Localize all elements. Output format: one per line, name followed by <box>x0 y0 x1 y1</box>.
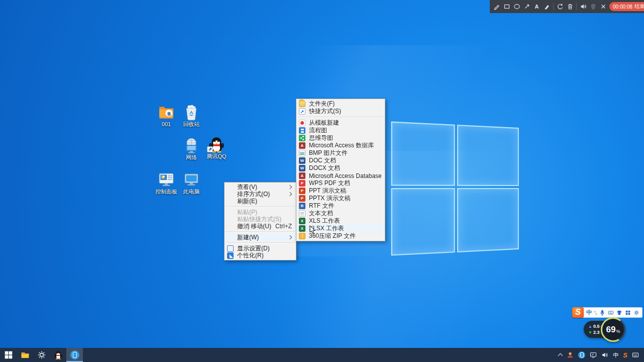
display-settings-icon <box>227 245 234 252</box>
undo-icon[interactable] <box>556 3 564 11</box>
sogou-input-toolbar: S 中 ’, <box>572 307 642 318</box>
menu-item-label: 新建(W) <box>237 233 259 242</box>
desktop-icon-tencent-qq[interactable]: ↗ 腾讯QQ <box>202 136 231 159</box>
menu-item[interactable]: RTF 文件 <box>296 202 385 210</box>
toolbar-separator <box>553 3 554 10</box>
desktop-icon-label: 腾讯QQ <box>202 153 231 159</box>
personalize-icon <box>227 252 234 259</box>
submenu-arrow-icon <box>288 185 292 189</box>
desktop: S 001 回收站 网络 ↗ 腾讯QQ <box>0 0 644 362</box>
recording-timer-end-button[interactable]: 00:00:08 结束 <box>609 2 644 11</box>
menu-item[interactable]: BMP 图片文件 <box>296 149 385 157</box>
menu-item[interactable]: 思维导图 <box>296 134 385 142</box>
menu-item[interactable]: 撤消 移动(U)Ctrl+Z <box>225 223 296 230</box>
word-icon <box>299 157 305 164</box>
template-icon <box>299 120 305 126</box>
screen-recording-toolbar: A 00:00:08 结束 <box>490 0 644 13</box>
show-hidden-icons-chevron[interactable] <box>559 352 562 357</box>
windows-logo-pane <box>457 188 519 252</box>
sogou-panel: 中 ’, <box>582 307 642 318</box>
taskbar-settings[interactable] <box>33 348 50 362</box>
tray-mirror-app-icon[interactable] <box>578 351 585 358</box>
menu-item[interactable]: 刷新(E) <box>225 198 296 205</box>
start-button[interactable] <box>0 348 17 362</box>
menu-item[interactable]: 快捷方式(S) <box>296 108 385 115</box>
taskbar-screen-mirror-app-active[interactable] <box>66 348 83 362</box>
menu-item[interactable]: 从模板新建 <box>296 119 385 127</box>
tray-sogou-icon[interactable]: S <box>623 351 627 359</box>
network-icon <box>183 137 200 154</box>
marker-tool-icon[interactable] <box>543 3 551 11</box>
text-tool-icon[interactable]: A <box>533 3 541 11</box>
menu-icon-gutter <box>227 234 234 241</box>
menu-item-label: 360压缩 ZIP 文件 <box>309 232 356 240</box>
menu-icon-gutter <box>227 191 234 198</box>
submenu-arrow-icon <box>288 235 292 239</box>
submenu-arrow-icon <box>288 192 292 196</box>
shortcut-overlay-icon: ↗ <box>207 146 213 152</box>
menu-item[interactable]: 排序方式(O) <box>225 191 296 198</box>
system-tray: 中 S <box>559 351 644 359</box>
download-speed-value: 2.3 <box>593 330 600 335</box>
speaker-icon[interactable] <box>579 3 587 11</box>
access-icon <box>299 172 305 179</box>
phone-mirror-icon <box>70 350 79 359</box>
menu-item[interactable]: 文件夹(F) <box>296 100 385 108</box>
menu-item[interactable]: 个性化(R) <box>225 252 296 259</box>
memory-usage-float-ball[interactable]: 69 % <box>601 317 625 342</box>
desktop-icon-this-pc[interactable]: 此电脑 <box>177 171 206 195</box>
toolbox-icon[interactable] <box>625 310 631 316</box>
memory-percent-number: 69 <box>606 325 616 335</box>
taskbar-qq[interactable] <box>50 348 66 362</box>
end-recording-label: 结束 <box>634 3 644 10</box>
menu-item[interactable]: DOCX 文档 <box>296 164 385 172</box>
skin-icon[interactable] <box>616 310 622 316</box>
touch-keyboard-icon[interactable] <box>632 351 639 358</box>
sogou-logo-icon[interactable]: S <box>572 307 584 318</box>
menu-item[interactable]: 新建(W) <box>225 234 296 241</box>
windows-logo-wallpaper <box>391 122 518 255</box>
menu-icon-gutter <box>227 209 234 216</box>
punctuation-mode-icon[interactable]: ’, <box>594 310 597 315</box>
ime-mode-chinese[interactable]: 中 <box>586 309 592 316</box>
pencil-tool-icon[interactable] <box>493 3 500 11</box>
soft-keyboard-icon[interactable] <box>608 310 614 316</box>
menu-item[interactable]: XLS 工作表 <box>296 217 385 225</box>
menu-item[interactable]: 文本文档 <box>296 210 385 217</box>
menu-item-label: 刷新(E) <box>237 197 257 206</box>
shortcut-icon <box>299 108 305 115</box>
menu-item[interactable]: Microsoft Access Database <box>296 172 385 179</box>
delete-annotations-icon[interactable] <box>566 3 574 11</box>
tray-volume-icon[interactable] <box>601 351 608 358</box>
menu-item-label: DOCX 文档 <box>309 164 340 172</box>
menu-item[interactable]: PPTX 演示文稿 <box>296 195 385 202</box>
menu-separator <box>226 231 295 232</box>
rectangle-tool-icon[interactable] <box>503 3 510 11</box>
menu-item[interactable]: PPT 演示文稿 <box>296 187 385 195</box>
desktop-icon-recycle-bin[interactable]: 回收站 <box>177 104 206 127</box>
menu-item[interactable]: 360压缩 ZIP 文件 <box>296 232 385 240</box>
taskbar-file-explorer[interactable] <box>17 348 33 362</box>
txt-icon <box>299 210 305 217</box>
this-pc-icon <box>183 171 200 188</box>
ime-settings-icon[interactable] <box>633 310 639 316</box>
tray-display-cast-icon[interactable] <box>590 351 597 358</box>
toolbar-separator <box>576 3 577 10</box>
download-arrow-icon: ▼ <box>588 330 592 335</box>
voice-input-icon[interactable] <box>599 310 605 316</box>
menu-item[interactable]: DOC 文档 <box>296 157 385 164</box>
tray-ime-mode-indicator[interactable]: 中 <box>613 351 618 359</box>
menu-item[interactable]: WPS PDF 文档 <box>296 179 385 187</box>
menu-item[interactable]: Microsoft Access 数据库 <box>296 142 385 149</box>
menu-item-label: 个性化(R) <box>237 251 264 260</box>
arrow-tool-icon[interactable] <box>523 3 530 11</box>
folder-icon <box>299 101 305 107</box>
ellipse-tool-icon[interactable] <box>513 3 520 11</box>
menu-item-label: 快捷方式(S) <box>309 107 341 116</box>
menu-item[interactable]: XLSX 工作表 <box>296 225 385 232</box>
word-icon <box>299 165 305 171</box>
close-toolbar-icon[interactable] <box>599 3 607 11</box>
menu-item[interactable]: 流程图 <box>296 127 385 134</box>
tray-qq-contact-icon[interactable] <box>567 351 574 358</box>
webcam-icon-disabled <box>589 3 597 11</box>
